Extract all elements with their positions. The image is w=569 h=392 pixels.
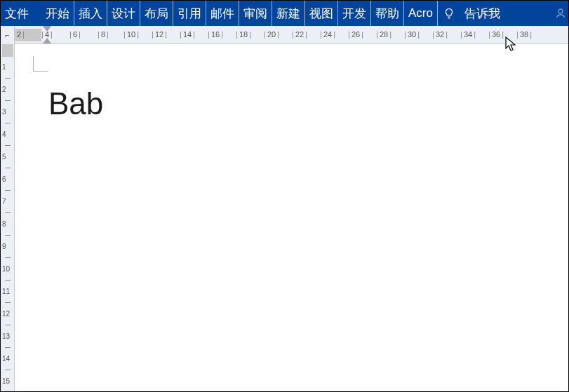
vruler-minor-tick xyxy=(5,100,11,101)
vruler-tick: 5 xyxy=(2,153,6,161)
hruler-tick: 2 xyxy=(15,30,26,39)
ribbon-tabs: 文件 开始 插入 设计 布局 引用 邮件 审阅 新建 视图 开发 帮助 Acro… xyxy=(1,1,568,26)
hruler-ticks: 2468101214161820222426283032343638 xyxy=(15,26,568,43)
vruler-tick: 7 xyxy=(2,198,6,205)
hruler-tick: 4 xyxy=(40,30,54,39)
vruler-tick: 9 xyxy=(2,243,6,250)
vruler-minor-tick xyxy=(5,123,11,123)
tab-home[interactable]: 开始 xyxy=(41,1,74,26)
vruler-minor-tick xyxy=(5,257,11,258)
vruler-tick: 10 xyxy=(2,265,10,273)
hruler-tick: 32 xyxy=(431,30,449,39)
tab-review[interactable]: 审阅 xyxy=(239,1,272,26)
hruler-tick: 34 xyxy=(459,30,477,39)
tab-view[interactable]: 视图 xyxy=(305,1,338,26)
vruler-tick: 3 xyxy=(2,108,6,116)
hruler-tick: 36 xyxy=(487,30,505,39)
tab-design[interactable]: 设计 xyxy=(107,1,140,26)
hruler-tick: 22 xyxy=(290,30,309,39)
hruler-tick: 18 xyxy=(234,30,253,39)
tell-me-search[interactable]: 告诉我 xyxy=(460,1,504,26)
vruler-margin-shade xyxy=(2,44,13,57)
vruler-minor-tick xyxy=(5,325,11,325)
vruler-minor-tick xyxy=(5,212,11,213)
hruler-tick: 12 xyxy=(150,30,168,39)
tab-help[interactable]: 帮助 xyxy=(371,1,404,26)
vruler-minor-tick xyxy=(5,145,11,146)
vruler-tick: 15 xyxy=(2,377,10,385)
hruler-tick: 14 xyxy=(178,30,196,39)
vruler-tick: 6 xyxy=(2,175,6,183)
page-corner-guide xyxy=(33,56,48,72)
work-area: 123456789101112131415 Bab xyxy=(1,44,568,391)
vertical-ruler[interactable]: 123456789101112131415 xyxy=(1,44,15,391)
tab-layout[interactable]: 布局 xyxy=(140,1,173,26)
tab-stop-selector[interactable]: ⌐ xyxy=(1,26,15,44)
vruler-minor-tick xyxy=(5,190,11,191)
vruler-tick: 14 xyxy=(2,355,10,363)
hruler-tick: 10 xyxy=(122,30,140,39)
vruler-minor-tick xyxy=(5,280,11,281)
vruler-minor-tick xyxy=(5,370,11,370)
vruler-minor-tick xyxy=(5,78,11,79)
hruler-tick: 28 xyxy=(375,30,393,39)
horizontal-ruler[interactable]: ⌐ 2468101214161820222426283032343638 xyxy=(1,26,568,44)
hruler-tick: 8 xyxy=(96,30,110,39)
vruler-tick: 13 xyxy=(2,332,10,340)
hruler-tick: 6 xyxy=(68,30,82,39)
hruler-tick: 16 xyxy=(206,30,225,39)
vruler-minor-tick xyxy=(5,302,11,303)
hruler-tick: 26 xyxy=(347,30,365,39)
lightbulb-icon xyxy=(438,8,460,19)
vruler-tick: 2 xyxy=(2,86,6,93)
hruler-tick: 30 xyxy=(403,30,421,39)
vruler-tick: 4 xyxy=(2,130,6,138)
hruler-tick: 38 xyxy=(515,30,533,39)
tab-new[interactable]: 新建 xyxy=(272,1,305,26)
vruler-tick: 1 xyxy=(2,63,6,71)
user-account-icon[interactable] xyxy=(553,8,568,19)
vruler-minor-tick xyxy=(5,168,11,168)
document-body-text[interactable]: Bab xyxy=(48,86,103,121)
vruler-tick: 11 xyxy=(2,288,10,295)
tab-references[interactable]: 引用 xyxy=(173,1,206,26)
svg-point-0 xyxy=(558,9,563,13)
document-canvas[interactable]: Bab xyxy=(15,44,568,391)
hruler-tick: 20 xyxy=(262,30,281,39)
tab-acrobat[interactable]: Acro xyxy=(404,1,438,26)
tab-insert[interactable]: 插入 xyxy=(74,1,107,26)
tab-file[interactable]: 文件 xyxy=(1,1,41,26)
tab-mailings[interactable]: 邮件 xyxy=(206,1,239,26)
vruler-tick: 8 xyxy=(2,220,6,228)
vruler-minor-tick xyxy=(5,347,11,348)
tab-developer[interactable]: 开发 xyxy=(338,1,371,26)
hruler-tick: 24 xyxy=(319,30,337,39)
vruler-minor-tick xyxy=(5,235,11,236)
vruler-tick: 12 xyxy=(2,310,10,318)
